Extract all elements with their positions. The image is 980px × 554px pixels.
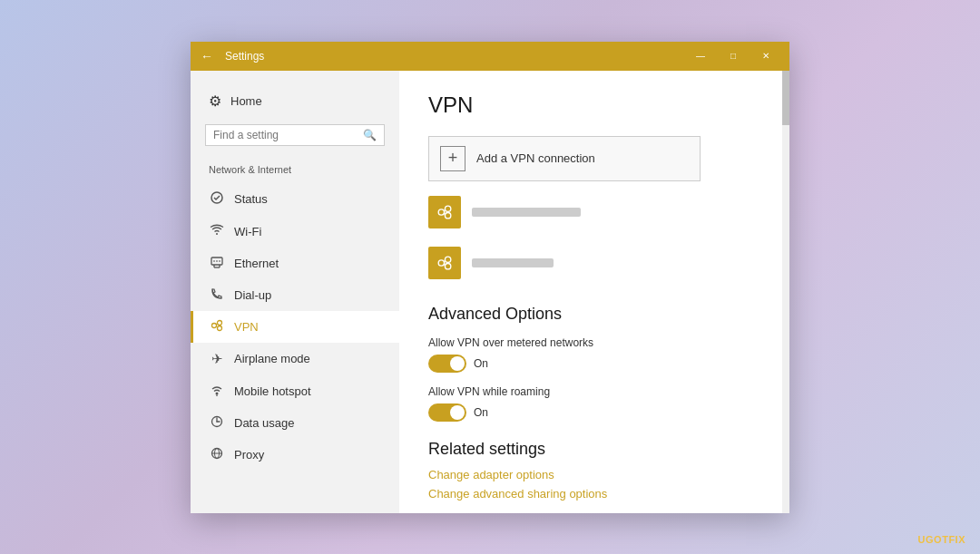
watermark-suffix: FIX — [948, 534, 965, 545]
toggle1[interactable] — [428, 355, 466, 373]
change-sharing-link[interactable]: Change advanced sharing options — [428, 487, 760, 501]
sidebar-item-label: Ethernet — [234, 257, 279, 270]
sidebar: ⚙ Home 🔍 Network & Internet Status — [191, 71, 399, 513]
svg-point-22 — [445, 206, 450, 211]
svg-point-10 — [218, 326, 222, 330]
sidebar-item-label: Airplane mode — [234, 352, 310, 365]
svg-point-13 — [216, 392, 219, 394]
maximize-button[interactable]: □ — [717, 42, 750, 71]
back-button[interactable]: ← — [198, 49, 216, 63]
section-title: Network & Internet — [191, 160, 399, 182]
svg-point-21 — [438, 209, 444, 214]
svg-line-24 — [445, 209, 446, 212]
vpn-entry-icon-2 — [428, 247, 461, 279]
svg-line-11 — [217, 323, 218, 326]
toggle2[interactable] — [428, 403, 466, 422]
toggle-row-2: Allow VPN while roaming On — [428, 385, 760, 422]
titlebar: ← Settings — □ ✕ — [191, 42, 789, 71]
toggle1-state: On — [474, 357, 488, 370]
dialup-icon — [209, 287, 225, 303]
advanced-options-heading: Advanced Options — [428, 305, 760, 324]
add-vpn-label: Add a VPN connection — [476, 151, 595, 165]
wifi-icon — [209, 224, 225, 239]
search-box: 🔍 — [205, 124, 385, 146]
change-adapter-link[interactable]: Change adapter options — [428, 468, 760, 481]
sidebar-item-status[interactable]: Status — [191, 182, 399, 216]
watermark-highlight: GOT — [926, 534, 948, 545]
page-title: VPN — [428, 92, 760, 118]
watermark: UGOTFIX — [918, 534, 965, 545]
svg-point-9 — [218, 320, 222, 325]
sidebar-item-label: Dial-up — [234, 288, 271, 302]
scrollbar-thumb[interactable] — [782, 71, 789, 125]
toggle1-container: On — [428, 355, 760, 373]
sidebar-item-label: Proxy — [234, 448, 264, 462]
sidebar-item-airplane[interactable]: ✈ Airplane mode — [191, 343, 399, 375]
sidebar-item-vpn[interactable]: VPN — [191, 311, 399, 343]
related-settings-heading: Related settings — [428, 440, 760, 459]
datausage-icon — [209, 415, 225, 431]
home-icon: ⚙ — [209, 92, 221, 110]
svg-point-23 — [445, 212, 450, 218]
status-icon — [209, 190, 225, 208]
sidebar-item-label: Status — [234, 192, 268, 206]
vpn-icon — [209, 319, 225, 335]
sidebar-item-label: Data usage — [234, 416, 295, 430]
hotspot-icon — [209, 384, 225, 399]
svg-line-12 — [217, 326, 218, 328]
window-controls: — □ ✕ — [684, 42, 782, 71]
scrollbar-track[interactable] — [782, 71, 789, 513]
svg-line-25 — [445, 212, 446, 216]
svg-line-30 — [445, 263, 446, 267]
sidebar-item-wifi[interactable]: Wi-Fi — [191, 216, 399, 248]
toggle-row-1: Allow VPN over metered networks On — [428, 336, 760, 373]
toggle1-label: Allow VPN over metered networks — [428, 336, 760, 349]
minimize-button[interactable]: — — [684, 42, 717, 71]
vpn-entry-icon-1 — [428, 196, 461, 228]
vpn-entry-2[interactable] — [428, 239, 760, 287]
vpn-name-1 — [472, 208, 581, 217]
sidebar-item-label: Wi-Fi — [234, 225, 261, 238]
sidebar-item-home[interactable]: ⚙ Home — [191, 85, 399, 117]
watermark-prefix: U — [918, 534, 926, 545]
sidebar-item-datausage[interactable]: Data usage — [191, 407, 399, 439]
plus-icon: + — [440, 146, 466, 171]
sidebar-item-label: Mobile hotspot — [234, 384, 311, 398]
settings-window: ← Settings — □ ✕ ⚙ Home 🔍 Network & Inte… — [191, 42, 789, 513]
svg-point-8 — [212, 323, 217, 327]
home-label: Home — [230, 94, 262, 108]
airplane-icon: ✈ — [209, 351, 225, 367]
toggle2-container: On — [428, 403, 760, 422]
sidebar-item-proxy[interactable]: Proxy — [191, 439, 399, 471]
search-input[interactable] — [213, 129, 363, 141]
toggle2-label: Allow VPN while roaming — [428, 385, 760, 398]
svg-point-27 — [445, 257, 450, 262]
toggle2-state: On — [474, 406, 488, 419]
ethernet-icon — [209, 256, 225, 271]
sidebar-item-label: VPN — [234, 320, 259, 334]
proxy-icon — [209, 447, 225, 462]
content-area: ⚙ Home 🔍 Network & Internet Status — [191, 71, 789, 513]
vpn-entry-1[interactable] — [428, 189, 760, 236]
add-vpn-button[interactable]: + Add a VPN connection — [428, 136, 701, 181]
window-title: Settings — [225, 50, 684, 63]
search-icon: 🔍 — [363, 129, 377, 141]
svg-line-29 — [445, 259, 446, 263]
sidebar-item-dialup[interactable]: Dial-up — [191, 279, 399, 311]
svg-point-26 — [438, 259, 444, 265]
vpn-name-2 — [472, 258, 554, 267]
svg-point-28 — [445, 263, 450, 268]
sidebar-item-ethernet[interactable]: Ethernet — [191, 248, 399, 279]
main-content: VPN + Add a VPN connection — [399, 71, 789, 513]
sidebar-item-hotspot[interactable]: Mobile hotspot — [191, 375, 399, 407]
close-button[interactable]: ✕ — [750, 42, 782, 71]
